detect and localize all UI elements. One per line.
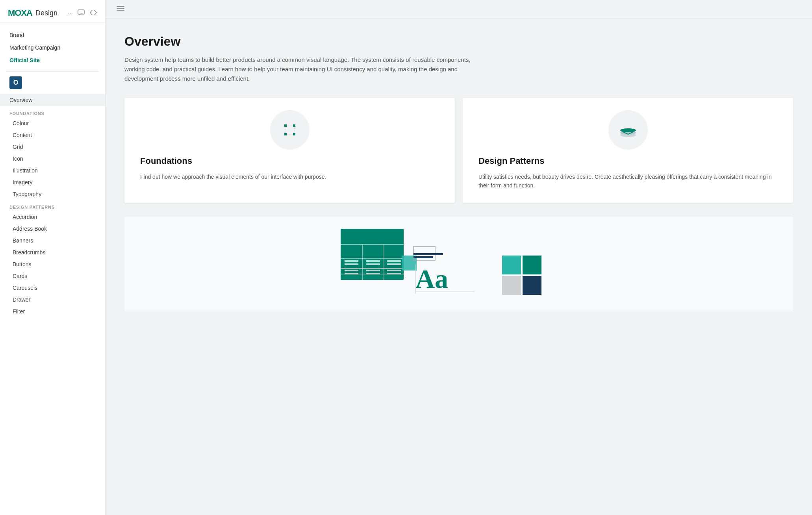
- foundations-card[interactable]: Foundations Find out how we approach the…: [124, 98, 455, 203]
- svg-rect-36: [523, 276, 541, 295]
- nav-overview[interactable]: Overview: [0, 94, 105, 106]
- svg-rect-5: [293, 133, 295, 135]
- svg-rect-22: [366, 270, 380, 271]
- sidebar-item-filter[interactable]: Filter: [0, 306, 105, 317]
- svg-rect-23: [366, 273, 380, 274]
- svg-rect-16: [345, 260, 358, 262]
- nav-marketing[interactable]: Marketing Campaign: [0, 41, 105, 54]
- design-patterns-icon-area: [478, 110, 777, 150]
- svg-rect-24: [387, 260, 401, 262]
- svg-rect-26: [387, 270, 401, 271]
- sidebar-item-imagery[interactable]: Imagery: [0, 176, 105, 188]
- sidebar-item-banners[interactable]: Banners: [0, 235, 105, 246]
- svg-rect-33: [502, 256, 521, 274]
- main-content: Overview Design system help teams to bui…: [106, 0, 812, 515]
- svg-rect-3: [293, 124, 295, 127]
- design-patterns-section-label: DESIGN PATTERNS: [0, 200, 105, 211]
- sidebar: MOXA Design ··· Brand Marketing Campaign…: [0, 0, 106, 515]
- sidebar-item-icon[interactable]: Icon: [0, 153, 105, 165]
- design-patterns-card-body: Utility satisfies needs, but beauty driv…: [478, 172, 777, 190]
- svg-rect-9: [341, 229, 404, 280]
- svg-rect-4: [284, 133, 287, 135]
- foundations-card-title: Foundations: [140, 156, 439, 166]
- svg-text:Aa: Aa: [415, 264, 448, 294]
- page-description: Design system help teams to build better…: [124, 55, 479, 83]
- design-patterns-icon: [608, 110, 648, 150]
- svg-rect-17: [345, 263, 358, 265]
- sidebar-item-cards[interactable]: Cards: [0, 270, 105, 282]
- svg-rect-30: [413, 253, 443, 255]
- sidebar-item-buttons[interactable]: Buttons: [0, 258, 105, 270]
- header-icons: ···: [68, 9, 97, 17]
- sidebar-item-typography[interactable]: Typography: [0, 188, 105, 200]
- info-cards-row: Foundations Find out how we approach the…: [124, 98, 793, 203]
- sidebar-item-content[interactable]: Content: [0, 129, 105, 141]
- illustration-area: Aa: [124, 217, 793, 311]
- sidebar-nav: Brand Marketing Campaign Official Site O…: [0, 22, 105, 324]
- chat-icon[interactable]: [78, 9, 85, 17]
- sidebar-header: MOXA Design ···: [0, 0, 105, 22]
- sidebar-item-colour[interactable]: Colour: [0, 117, 105, 129]
- svg-rect-25: [387, 263, 401, 265]
- content-area: Overview Design system help teams to bui…: [106, 19, 812, 515]
- design-logo-text: Design: [35, 9, 57, 17]
- sidebar-item-grid[interactable]: Grid: [0, 141, 105, 153]
- page-title: Overview: [124, 34, 793, 49]
- overview-illustration: Aa: [341, 225, 577, 304]
- avatar: O: [9, 76, 22, 89]
- design-patterns-card-title: Design Patterns: [478, 156, 777, 166]
- svg-point-8: [620, 128, 636, 132]
- moxa-logo-text: MOXA: [8, 8, 32, 18]
- ellipsis-icon[interactable]: ···: [68, 10, 73, 17]
- sidebar-item-drawer[interactable]: Drawer: [0, 294, 105, 306]
- svg-rect-34: [523, 256, 541, 274]
- sidebar-logo: MOXA Design: [8, 8, 57, 18]
- menu-icon[interactable]: [117, 6, 124, 12]
- foundations-icon-area: [140, 110, 439, 150]
- svg-rect-2: [284, 124, 287, 127]
- sidebar-item-accordion[interactable]: Accordion: [0, 211, 105, 223]
- code-icon[interactable]: [89, 10, 97, 17]
- svg-rect-19: [345, 273, 358, 274]
- svg-rect-21: [366, 263, 380, 265]
- foundations-card-body: Find out how we approach the visual elem…: [140, 172, 439, 181]
- sidebar-divider: [6, 71, 99, 72]
- nav-official-site[interactable]: Official Site: [0, 54, 105, 67]
- svg-rect-27: [387, 273, 401, 274]
- sidebar-item-breadcrumbs[interactable]: Breadcrumbs: [0, 246, 105, 258]
- topbar: [106, 0, 812, 19]
- svg-rect-35: [502, 276, 521, 295]
- svg-rect-31: [413, 256, 433, 258]
- svg-rect-20: [366, 260, 380, 262]
- sidebar-item-illustration[interactable]: Illustration: [0, 165, 105, 176]
- nav-brand[interactable]: Brand: [0, 29, 105, 41]
- foundations-icon: [270, 110, 310, 150]
- sidebar-item-carousels[interactable]: Carousels: [0, 282, 105, 294]
- sidebar-item-address-book[interactable]: Address Book: [0, 223, 105, 235]
- foundations-section-label: FOUNDATIONS: [0, 106, 105, 117]
- svg-rect-18: [345, 270, 358, 271]
- design-patterns-card[interactable]: Design Patterns Utility satisfies needs,…: [463, 98, 793, 203]
